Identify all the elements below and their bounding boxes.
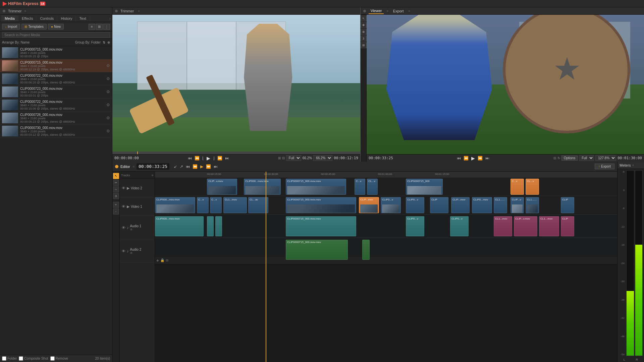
trimmer-scrubber[interactable] [112,152,360,154]
tab-controls[interactable]: Controls [37,15,57,21]
tool-cut[interactable]: ✂ [113,180,119,186]
clip-audio1-7[interactable]: CL1...mov [494,216,512,236]
trimmer-prev-frame-button[interactable]: ⏮ [187,155,193,161]
clip-video2-1[interactable]: CLIP...v.mov [207,179,237,195]
clip-video2-selected2[interactable]: CL...v [526,179,539,195]
editor-rewind-btn[interactable]: ⏪ [192,164,199,170]
trimmer-panel-menu-icon[interactable]: ≡ [138,9,140,13]
clip-audio1-3[interactable] [215,216,222,236]
add-track-button[interactable]: + [156,258,159,263]
viewer-loop-icon[interactable]: ↻ [557,156,560,160]
media-settings-icon[interactable]: ⚙ [106,76,110,81]
trimmer-mark-in-button[interactable]: ⌊ [201,155,205,161]
media-settings-icon[interactable]: ⚙ [106,116,110,120]
sort-extra-icon[interactable]: ⊕ [107,41,110,44]
viewer-tool-3d[interactable]: 3 [361,36,367,42]
clip-video1-6[interactable]: CLIP0000715_000.mov.mov [286,197,356,213]
clip-video1-15[interactable]: CLIP [561,197,574,213]
editor-prev-btn[interactable]: ⏮ [185,164,191,170]
list-view-button[interactable]: ≡ [89,24,95,30]
viewer-tab[interactable]: Viewer [369,8,384,14]
track-visibility-icon[interactable]: 👁 [122,204,125,208]
trimmer-quality-select[interactable]: Full [286,155,301,161]
clip-video1-4[interactable]: CL1...mov [223,197,247,213]
clip-audio1-5[interactable]: CLIP0...v [406,216,424,236]
clip-video1-8[interactable]: CLIP0...v [406,197,424,213]
track-visibility-icon[interactable]: 👁 [122,186,125,190]
editor-btn-icon1[interactable]: ↙ [173,164,178,170]
clip-video2-5[interactable]: CL...v [367,179,378,195]
clip-video2-selected[interactable]: C...v [511,179,524,195]
media-item[interactable]: CLIP0000722_000.mov.mov 3840 × 2160 pixe… [0,72,112,85]
clip-video2-3[interactable]: CLIP0000715_000.mov.mov [286,179,346,195]
viewer-tool-zoom[interactable]: ⊕ [361,29,367,35]
trimmer-insert-icon[interactable]: ⊞ [278,156,281,160]
remove-check[interactable] [50,356,55,361]
trimmer-menu-icon[interactable]: ≡ [24,9,26,13]
viewer-rewind-button[interactable]: ⏪ [463,155,470,161]
clip-audio1-1[interactable]: CLIP000...mov.mov [155,216,204,236]
tracks-scroll-area[interactable]: CLIP...v.mov CLIP000...mov.mov CLIP00007… [155,178,617,362]
trimmer-mark-out-button[interactable]: ⌋ [212,155,216,161]
track-visibility-icon[interactable]: 👁 [122,249,125,253]
trimmer-zoom-select[interactable]: 66.2% [313,155,332,161]
viewer-snapshot-icon[interactable]: ⊟ [553,156,556,160]
clip-audio1-2[interactable] [207,216,214,236]
export-menu-icon[interactable]: ≡ [409,9,410,13]
media-settings-icon[interactable]: ⚙ [106,89,110,94]
sort-options-icon[interactable]: ⇅ [103,41,105,44]
folder-checkbox[interactable]: Folder [2,356,17,361]
clip-audio1-9[interactable]: CL1...mov [539,216,559,236]
clip-audio2-2[interactable] [362,240,370,260]
lock-icon[interactable]: 🔒 [160,258,164,262]
media-item[interactable]: CLIP0000723_000.mov.mov 3840 × 2160 pixe… [0,85,112,99]
trimmer-next-frame-button[interactable]: ⏭ [224,155,230,161]
viewer-zoom-select[interactable]: 127.8% [595,155,616,161]
editor-menu-icon[interactable]: ≡ [133,165,135,168]
trimmer-forward-button[interactable]: ⏩ [216,155,223,161]
viewer-tool-hand[interactable]: ✥ [361,22,367,28]
trimmer-play-button[interactable]: ▶ [206,155,211,161]
panel-expand-icon[interactable]: › [109,16,111,20]
timeline-ruler[interactable]: 00:00:15:00 00:00:30:00 00:00:45:00 00:0… [155,172,617,178]
remove-checkbox[interactable]: Remove [50,356,68,361]
editor-play-btn[interactable]: ▶ [199,164,204,170]
clip-video1-14[interactable]: CL1...mov [526,197,539,213]
viewer-menu-icon[interactable]: ≡ [386,9,388,13]
clip-video1-9[interactable]: CLIP [430,197,448,213]
editor-export-button[interactable]: ↑ Export [595,164,614,169]
media-item[interactable]: CLIP0000728_000.mov.mov 3840 × 2160 pixe… [0,112,112,125]
search-input[interactable] [2,32,110,38]
viewer-prev-button[interactable]: ⏮ [456,155,462,161]
clip-video1-1[interactable]: CLIP000...mov.mov [155,197,195,213]
tool-add[interactable]: + [113,202,119,208]
tool-slip[interactable]: ↔ [113,186,119,192]
tracks-menu-icon[interactable]: ≡ [152,174,153,177]
media-settings-icon[interactable]: ⚙ [106,129,110,133]
media-item[interactable]: CLIP0000730_000.mov.mov 3840 × 2160 pixe… [0,125,112,138]
viewer-next-button[interactable]: ⏭ [484,155,490,161]
templates-button[interactable]: ⊞ Templates [21,24,47,29]
meters-menu-icon[interactable]: ≡ [632,164,634,167]
viewer-quality-select[interactable]: Full [579,155,594,161]
viewer-tool-select[interactable]: ↖ [361,15,367,21]
viewer-play-button[interactable]: ▶ [470,155,476,161]
folder-check[interactable] [2,356,6,361]
clip-video1-5[interactable]: CL...av [248,197,268,213]
trimmer-rewind-button[interactable]: ⏪ [194,155,201,161]
tab-effects[interactable]: Effects [18,15,37,21]
clip-audio1-6[interactable]: CLIP0...v [450,216,469,236]
clip-audio1-10[interactable]: CLIP [561,216,574,236]
clip-video1-10[interactable]: CLIP...mov [451,197,470,213]
tool-sub[interactable]: - [113,208,119,215]
tool-3d[interactable]: 3 [113,193,119,199]
audio-settings-icon[interactable]: ⊞ [166,258,168,262]
clip-video1-13[interactable]: CLIP...v [511,197,524,213]
media-settings-icon[interactable]: ⚙ [106,63,110,68]
tab-media[interactable]: Media [1,15,18,21]
clip-audio2-1[interactable]: CLIP0000715_000.mov.mov [286,240,348,260]
clip-video1-2[interactable]: C...v [197,197,209,213]
media-item[interactable]: CLIP0000722_000.mov.mov 3840 × 2160 pixe… [0,99,112,112]
more-options-button[interactable]: ⋮ [103,24,110,30]
tab-text[interactable]: Text [76,15,90,21]
